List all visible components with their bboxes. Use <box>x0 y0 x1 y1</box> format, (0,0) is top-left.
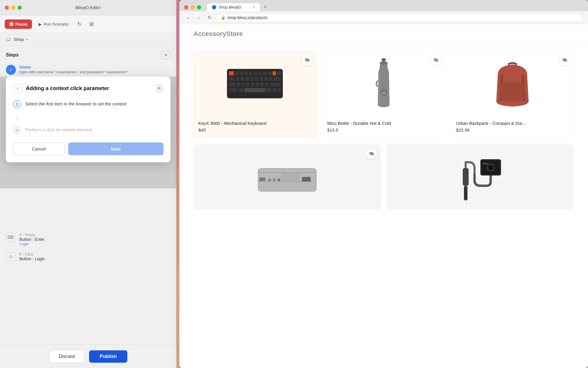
title-bar: BlinqIO Editor <box>0 0 176 15</box>
svg-rect-8 <box>263 71 267 75</box>
svg-point-54 <box>488 165 493 170</box>
forward-nav-button[interactable]: › <box>195 14 203 22</box>
modal-dialog: ‹ Adding a context click parameter × 1 S… <box>6 77 171 162</box>
window-controls <box>5 6 22 10</box>
modal-step-num-1: 1 <box>13 100 21 108</box>
svg-rect-23 <box>237 82 240 87</box>
store-header: AccessoryStore <box>179 24 588 44</box>
svg-rect-14 <box>241 77 244 81</box>
browser-close-btn[interactable] <box>184 5 188 9</box>
reload-nav-button[interactable]: ↻ <box>205 14 213 22</box>
product-image-area-backpack: 🛍 <box>451 51 574 116</box>
run-scenario-button[interactable]: ▶ Run Scenario <box>35 19 72 29</box>
keyboard-price: $45 <box>198 127 311 132</box>
svg-rect-29 <box>265 82 268 87</box>
run-label: Run Scenario <box>44 22 69 26</box>
modal-title: Adding a context click parameter <box>26 85 151 92</box>
address-input[interactable]: 🔒 shop-blinq.io/products <box>216 13 583 22</box>
minimize-window-btn[interactable] <box>11 6 15 10</box>
add-to-cart-keyboard[interactable]: 🛍 <box>302 55 313 65</box>
svg-rect-32 <box>238 88 243 92</box>
add-to-cart-backpack[interactable]: 🛍 <box>559 55 570 65</box>
svg-rect-56 <box>463 168 469 186</box>
discard-button[interactable]: Discard <box>49 350 84 363</box>
cancel-button[interactable]: Cancel <box>13 142 65 155</box>
svg-rect-33 <box>244 88 265 92</box>
close-window-btn[interactable] <box>5 6 9 10</box>
svg-rect-5 <box>249 71 253 75</box>
product-image-area-keyboard: 🛍 <box>194 51 316 116</box>
modal-back-button[interactable]: ‹ <box>13 84 22 93</box>
product-card-keyboard[interactable]: 🛍 <box>193 51 316 137</box>
browser-fullscreen-btn[interactable] <box>197 5 201 9</box>
browser-content: AccessoryStore 🛍 <box>179 24 588 353</box>
backpack-name: Urban Backpack - Compact & Dur... <box>456 121 569 126</box>
fullscreen-window-btn[interactable] <box>18 6 22 10</box>
modal-step-1: 1 Select the first item in the browser t… <box>13 100 163 108</box>
store-logo: AccessoryStore <box>193 30 574 38</box>
svg-point-46 <box>268 178 271 181</box>
active-tab[interactable]: 🔵 Shop BlinqIO × <box>207 3 260 11</box>
product-card-backpack[interactable]: 🛍 Urba <box>451 51 574 137</box>
svg-rect-2 <box>235 71 238 75</box>
step-5-link[interactable]: Login <box>19 242 171 246</box>
keyboard-svg <box>225 66 284 101</box>
svg-rect-21 <box>274 77 281 81</box>
modal-backdrop: ‹ Adding a context click parameter × 1 S… <box>0 77 176 188</box>
modal-step-text-2: Perform a click on related element <box>25 126 92 133</box>
tab-close-button[interactable]: × <box>253 5 255 9</box>
product-image-area-bottle: 🛍 milu <box>323 51 445 116</box>
address-text: shop-blinq.io/products <box>227 15 268 20</box>
play-icon: ▶ <box>39 22 42 26</box>
product-card-bottle[interactable]: 🛍 milu <box>322 51 445 137</box>
refresh-button[interactable]: ↻ <box>75 19 84 30</box>
modal-step-text-1: Select the first item in the browser to … <box>25 100 126 107</box>
layout-button[interactable]: ⊞ <box>87 19 96 30</box>
step-more-button[interactable]: ... <box>166 65 170 71</box>
backpack-product-info: Urban Backpack - Compact & Dur... $25.99 <box>451 116 574 137</box>
save-button[interactable]: Save <box>68 142 163 155</box>
svg-rect-3 <box>240 71 243 75</box>
browser-minimize-btn[interactable] <box>191 5 195 9</box>
context-label: Shop <box>14 37 24 42</box>
add-to-cart-bottle[interactable]: 🛍 <box>431 55 441 65</box>
product-card-gimbal[interactable]: EVO <box>387 145 574 209</box>
modal-header: ‹ Adding a context click parameter × <box>13 84 163 93</box>
backpack-svg <box>489 57 536 110</box>
svg-rect-22 <box>229 82 235 87</box>
svg-rect-4 <box>244 71 248 75</box>
svg-rect-1 <box>229 71 234 75</box>
tab-title: Shop BlinqIO <box>219 5 241 9</box>
bottle-svg: milu <box>372 57 395 110</box>
pause-button[interactable]: ⏸ Pause <box>5 19 32 29</box>
modal-actions: Cancel Save <box>13 142 163 155</box>
step-6-action: Button : Login <box>19 256 171 261</box>
chevron-down-icon[interactable]: ▾ <box>26 37 28 42</box>
svg-rect-50 <box>281 173 299 181</box>
editor-title: BlinqIO Editor <box>75 5 101 10</box>
svg-rect-12 <box>229 77 235 81</box>
svg-point-38 <box>381 58 386 61</box>
svg-rect-11 <box>277 71 282 75</box>
toolbar: ⏸ Pause ▶ Run Scenario ↻ ⊞ <box>0 15 176 33</box>
svg-text:EVO: EVO <box>483 162 488 165</box>
svg-rect-16 <box>250 77 254 81</box>
svg-rect-9 <box>268 71 271 75</box>
new-tab-button[interactable]: + <box>261 3 269 11</box>
back-nav-button[interactable]: ‹ <box>184 14 192 22</box>
svg-rect-6 <box>254 71 257 75</box>
products-grid: 🛍 <box>179 44 588 145</box>
modal-step-num-2: 2 <box>13 126 21 134</box>
svg-rect-10 <box>273 71 276 75</box>
step-6-action-label: 6 - Click: <box>19 252 171 256</box>
add-to-cart-powerbank[interactable]: 🛍 <box>366 148 377 159</box>
modal-close-button[interactable]: × <box>155 84 163 93</box>
svg-rect-49 <box>259 178 265 181</box>
step-5-item: ⌨ 5 - Press: Button : Enter Login <box>6 230 171 249</box>
product-card-powerbank[interactable]: 🛍 <box>193 145 381 209</box>
browser-panel: 🔵 Shop BlinqIO × + ‹ › ↻ 🔒 shop-blinq.io… <box>179 0 588 368</box>
add-step-button[interactable]: + <box>161 51 170 59</box>
step-5-action-label: 5 - Press: <box>19 233 171 237</box>
steps-title: Steps <box>6 52 19 58</box>
publish-button[interactable]: Publish <box>89 350 127 363</box>
